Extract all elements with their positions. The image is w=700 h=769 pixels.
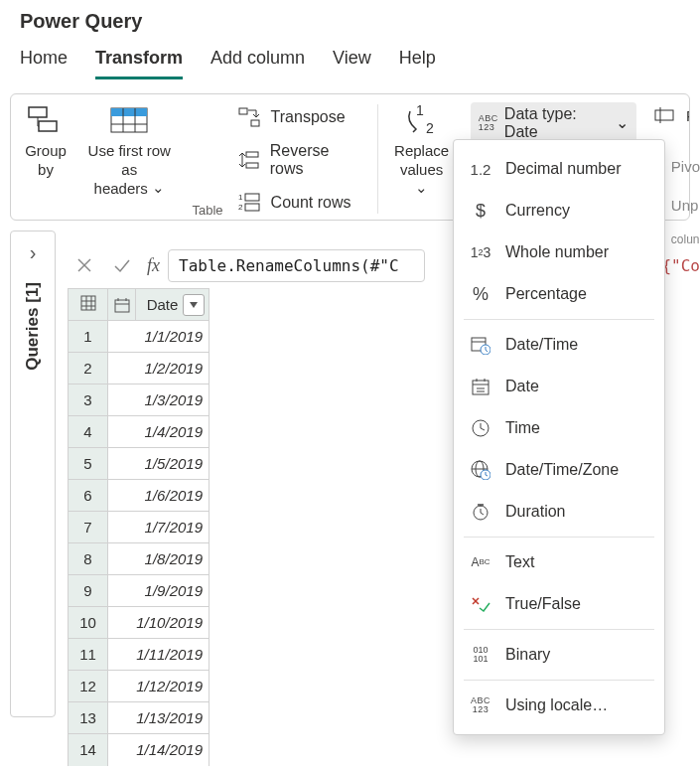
column-header-label: Date — [136, 296, 183, 313]
row-number[interactable]: 12 — [69, 671, 108, 702]
cell-date[interactable]: 1/10/2019 — [108, 607, 210, 639]
row-number[interactable]: 13 — [69, 702, 108, 734]
type-binary[interactable]: 010101 Binary — [454, 634, 664, 676]
row-number[interactable]: 4 — [69, 416, 108, 448]
svg-rect-3 — [111, 108, 147, 116]
table-row[interactable]: 71/7/2019 — [69, 512, 210, 543]
row-number[interactable]: 11 — [69, 639, 108, 671]
transpose-button[interactable]: Transpose — [233, 104, 350, 130]
type-decimal-number[interactable]: 1.2 Decimal number — [454, 148, 664, 190]
type-datetimezone[interactable]: Date/Time/Zone — [454, 449, 664, 491]
cell-date[interactable]: 1/5/2019 — [108, 448, 210, 480]
table-row[interactable]: 41/4/2019 — [69, 416, 210, 448]
type-date[interactable]: Date — [454, 366, 664, 407]
count-rows-button[interactable]: 12 Count rows — [233, 190, 355, 216]
reverse-rows-button[interactable]: Reverse rows — [233, 140, 368, 180]
table-row[interactable]: 11/1/2019 — [69, 321, 210, 353]
svg-rect-13 — [245, 194, 259, 201]
cell-date[interactable]: 1/4/2019 — [108, 416, 210, 448]
tab-home[interactable]: Home — [20, 48, 68, 79]
svg-text:2: 2 — [238, 203, 243, 212]
row-number[interactable]: 9 — [69, 575, 108, 607]
svg-rect-9 — [246, 152, 258, 157]
type-currency[interactable]: $ Currency — [454, 190, 664, 231]
svg-rect-17 — [655, 110, 673, 120]
cancel-formula-icon[interactable] — [68, 248, 101, 282]
data-type-menu: 1.2 Decimal number $ Currency 123 Whole … — [453, 139, 665, 735]
expand-chevron-icon[interactable]: › — [30, 241, 37, 264]
chevron-down-icon: ⌄ — [152, 179, 165, 198]
queries-pane-collapsed[interactable]: › Queries [1] — [10, 231, 56, 717]
row-number[interactable]: 5 — [69, 448, 108, 480]
cell-date[interactable]: 1/11/2019 — [108, 639, 210, 671]
row-number[interactable]: 1 — [69, 321, 108, 353]
table-row[interactable]: 121/12/2019 — [69, 671, 210, 702]
svg-rect-1 — [39, 121, 57, 131]
type-datetime[interactable]: Date/Time — [454, 324, 664, 366]
cell-date[interactable]: 1/8/2019 — [108, 543, 210, 575]
row-number[interactable]: 14 — [69, 734, 108, 766]
type-locale[interactable]: ABC123 Using locale… — [454, 685, 664, 726]
cell-date[interactable]: 1/3/2019 — [108, 384, 210, 416]
table-row[interactable]: 101/10/2019 — [69, 607, 210, 639]
column-filter-dropdown[interactable] — [183, 294, 205, 316]
type-duration[interactable]: Duration — [454, 491, 664, 533]
rename-button[interactable]: Ren — [648, 102, 689, 128]
table-row[interactable]: 31/3/2019 — [69, 384, 210, 416]
type-time[interactable]: Time — [454, 407, 664, 449]
transpose-label: Transpose — [271, 108, 346, 126]
time-icon — [470, 417, 491, 439]
duration-icon — [470, 501, 491, 523]
table-row[interactable]: 21/2/2019 — [69, 353, 210, 384]
tab-help[interactable]: Help — [399, 48, 436, 79]
group-by-icon — [25, 104, 67, 136]
svg-text:1: 1 — [416, 103, 424, 118]
replace-values-label: Replace values — [394, 142, 449, 178]
select-all-corner[interactable] — [69, 289, 108, 321]
table-row[interactable]: 131/13/2019 — [69, 702, 210, 734]
row-number[interactable]: 2 — [69, 353, 108, 384]
abc123-icon: ABC123 — [479, 114, 498, 132]
row-number[interactable]: 7 — [69, 512, 108, 543]
cell-date[interactable]: 1/9/2019 — [108, 575, 210, 607]
tab-view[interactable]: View — [333, 48, 371, 79]
column-header-date[interactable]: Date — [108, 289, 210, 321]
row-number[interactable]: 6 — [69, 480, 108, 512]
confirm-formula-icon[interactable] — [105, 248, 139, 282]
cell-date[interactable]: 1/1/2019 — [108, 321, 210, 353]
cell-date[interactable]: 1/6/2019 — [108, 480, 210, 512]
type-truefalse[interactable]: True/False — [454, 583, 664, 625]
row-number[interactable]: 3 — [69, 384, 108, 416]
formula-input[interactable] — [168, 249, 425, 282]
row-number[interactable]: 8 — [69, 543, 108, 575]
table-row[interactable]: 91/9/2019 — [69, 575, 210, 607]
cell-date[interactable]: 1/2/2019 — [108, 353, 210, 384]
chevron-down-icon: ⌄ — [415, 179, 428, 198]
table-row[interactable]: 51/5/2019 — [69, 448, 210, 480]
table-row[interactable]: 61/6/2019 — [69, 480, 210, 512]
svg-rect-10 — [246, 163, 258, 168]
date-type-icon[interactable] — [108, 289, 136, 320]
row-number[interactable]: 10 — [69, 607, 108, 639]
table-row[interactable]: 141/14/2019 — [69, 734, 210, 766]
cell-date[interactable]: 1/12/2019 — [108, 671, 210, 702]
table-row[interactable]: 111/11/2019 — [69, 639, 210, 671]
currency-icon: $ — [470, 200, 491, 222]
cell-date[interactable]: 1/13/2019 — [108, 702, 210, 734]
tab-transform[interactable]: Transform — [95, 48, 183, 79]
cell-date[interactable]: 1/7/2019 — [108, 512, 210, 543]
cell-date[interactable]: 1/14/2019 — [108, 734, 210, 766]
replace-values-button[interactable]: 12 Replace values ⌄ — [388, 102, 455, 200]
group-by-button[interactable]: Group by — [21, 102, 70, 182]
type-text[interactable]: ABC Text — [454, 541, 664, 583]
chevron-down-icon: ⌄ — [616, 113, 629, 132]
right-clipped-labels: Pivo Unp colun — [671, 147, 700, 255]
table-row[interactable]: 81/8/2019 — [69, 543, 210, 575]
reverse-rows-icon — [237, 149, 260, 171]
type-whole-number[interactable]: 123 Whole number — [454, 231, 664, 273]
first-row-headers-button[interactable]: Use first row as headers ⌄ — [76, 102, 183, 200]
tab-add-column[interactable]: Add column — [210, 48, 305, 79]
data-type-label: Data type: Date — [504, 105, 610, 141]
type-percentage[interactable]: % Percentage — [454, 273, 664, 315]
data-type-dropdown[interactable]: ABC123 Data type: Date ⌄ — [471, 102, 636, 144]
